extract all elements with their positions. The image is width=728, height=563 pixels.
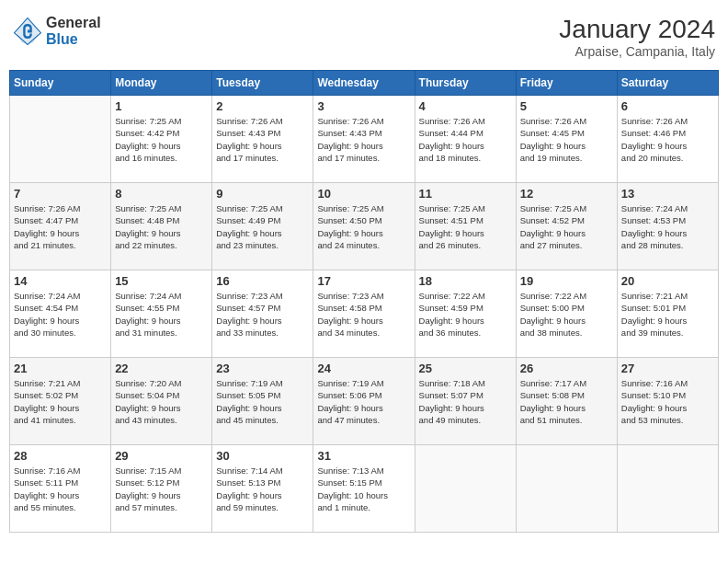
calendar-cell xyxy=(415,445,516,533)
day-number: 1 xyxy=(115,99,208,113)
day-info: Sunrise: 7:23 AM Sunset: 4:57 PM Dayligh… xyxy=(216,290,309,339)
calendar-cell: 18Sunrise: 7:22 AM Sunset: 4:59 PM Dayli… xyxy=(415,270,516,358)
day-number: 14 xyxy=(14,274,107,288)
day-number: 27 xyxy=(621,362,714,375)
day-info: Sunrise: 7:15 AM Sunset: 5:12 PM Dayligh… xyxy=(115,465,208,513)
day-number: 25 xyxy=(419,362,512,375)
calendar-cell: 10Sunrise: 7:25 AM Sunset: 4:50 PM Dayli… xyxy=(313,183,415,270)
calendar-cell: 31Sunrise: 7:13 AM Sunset: 5:15 PM Dayli… xyxy=(313,445,415,533)
calendar-cell: 26Sunrise: 7:17 AM Sunset: 5:08 PM Dayli… xyxy=(516,358,617,445)
calendar-cell: 12Sunrise: 7:25 AM Sunset: 4:52 PM Dayli… xyxy=(516,183,617,270)
day-number: 18 xyxy=(419,274,512,288)
logo-text: General Blue xyxy=(46,15,101,47)
logo: General Blue xyxy=(13,15,101,47)
day-number: 22 xyxy=(115,362,208,375)
day-info: Sunrise: 7:26 AM Sunset: 4:43 PM Dayligh… xyxy=(317,115,410,164)
day-number: 28 xyxy=(14,449,107,463)
calendar-cell: 11Sunrise: 7:25 AM Sunset: 4:51 PM Dayli… xyxy=(415,183,516,270)
day-number: 11 xyxy=(419,187,512,201)
day-info: Sunrise: 7:24 AM Sunset: 4:53 PM Dayligh… xyxy=(621,202,714,251)
day-info: Sunrise: 7:26 AM Sunset: 4:45 PM Dayligh… xyxy=(520,115,613,164)
day-info: Sunrise: 7:24 AM Sunset: 4:55 PM Dayligh… xyxy=(115,290,208,339)
calendar-cell: 29Sunrise: 7:15 AM Sunset: 5:12 PM Dayli… xyxy=(111,445,212,533)
day-number: 4 xyxy=(419,99,512,113)
day-info: Sunrise: 7:13 AM Sunset: 5:15 PM Dayligh… xyxy=(317,465,410,513)
calendar-cell: 28Sunrise: 7:16 AM Sunset: 5:11 PM Dayli… xyxy=(10,445,111,533)
day-info: Sunrise: 7:17 AM Sunset: 5:08 PM Dayligh… xyxy=(520,377,613,426)
day-info: Sunrise: 7:25 AM Sunset: 4:42 PM Dayligh… xyxy=(115,115,208,164)
calendar-cell: 24Sunrise: 7:19 AM Sunset: 5:06 PM Dayli… xyxy=(313,358,415,445)
day-number: 8 xyxy=(115,187,208,201)
location-title: Arpaise, Campania, Italy xyxy=(559,44,715,59)
day-number: 23 xyxy=(216,362,309,375)
calendar-cell xyxy=(617,445,718,533)
weekday-header-saturday: Saturday xyxy=(617,71,718,96)
day-number: 10 xyxy=(317,187,410,201)
day-info: Sunrise: 7:25 AM Sunset: 4:50 PM Dayligh… xyxy=(317,202,410,251)
calendar-cell: 13Sunrise: 7:24 AM Sunset: 4:53 PM Dayli… xyxy=(617,183,718,270)
day-info: Sunrise: 7:22 AM Sunset: 4:59 PM Dayligh… xyxy=(419,290,512,339)
day-number: 13 xyxy=(621,187,714,201)
day-info: Sunrise: 7:23 AM Sunset: 4:58 PM Dayligh… xyxy=(317,290,410,339)
calendar-week-2: 7Sunrise: 7:26 AM Sunset: 4:47 PM Daylig… xyxy=(10,183,719,270)
calendar-cell: 21Sunrise: 7:21 AM Sunset: 5:02 PM Dayli… xyxy=(10,358,111,445)
day-info: Sunrise: 7:25 AM Sunset: 4:52 PM Dayligh… xyxy=(520,202,613,251)
day-info: Sunrise: 7:26 AM Sunset: 4:44 PM Dayligh… xyxy=(419,115,512,164)
calendar-cell: 15Sunrise: 7:24 AM Sunset: 4:55 PM Dayli… xyxy=(111,270,212,358)
day-info: Sunrise: 7:21 AM Sunset: 5:02 PM Dayligh… xyxy=(14,377,107,426)
calendar-cell: 2Sunrise: 7:26 AM Sunset: 4:43 PM Daylig… xyxy=(212,96,313,183)
day-info: Sunrise: 7:21 AM Sunset: 5:01 PM Dayligh… xyxy=(621,290,714,339)
weekday-header-tuesday: Tuesday xyxy=(212,71,313,96)
day-info: Sunrise: 7:26 AM Sunset: 4:46 PM Dayligh… xyxy=(621,115,714,164)
day-number: 21 xyxy=(14,362,107,375)
day-info: Sunrise: 7:20 AM Sunset: 5:04 PM Dayligh… xyxy=(115,377,208,426)
day-info: Sunrise: 7:19 AM Sunset: 5:05 PM Dayligh… xyxy=(216,377,309,426)
calendar-cell: 9Sunrise: 7:25 AM Sunset: 4:49 PM Daylig… xyxy=(212,183,313,270)
calendar-cell: 16Sunrise: 7:23 AM Sunset: 4:57 PM Dayli… xyxy=(212,270,313,358)
calendar-cell: 30Sunrise: 7:14 AM Sunset: 5:13 PM Dayli… xyxy=(212,445,313,533)
calendar-cell: 27Sunrise: 7:16 AM Sunset: 5:10 PM Dayli… xyxy=(617,358,718,445)
day-number: 9 xyxy=(216,187,309,201)
calendar-cell: 14Sunrise: 7:24 AM Sunset: 4:54 PM Dayli… xyxy=(10,270,111,358)
calendar-cell: 19Sunrise: 7:22 AM Sunset: 5:00 PM Dayli… xyxy=(516,270,617,358)
day-number: 16 xyxy=(216,274,309,288)
calendar-cell xyxy=(516,445,617,533)
title-section: January 2024 Arpaise, Campania, Italy xyxy=(559,15,715,59)
calendar-cell: 23Sunrise: 7:19 AM Sunset: 5:05 PM Dayli… xyxy=(212,358,313,445)
day-number: 3 xyxy=(317,99,410,113)
day-number: 12 xyxy=(520,187,613,201)
logo-blue-text: Blue xyxy=(46,31,101,48)
logo-icon xyxy=(13,17,42,46)
day-number: 19 xyxy=(520,274,613,288)
calendar-cell: 1Sunrise: 7:25 AM Sunset: 4:42 PM Daylig… xyxy=(111,96,212,183)
calendar-week-5: 28Sunrise: 7:16 AM Sunset: 5:11 PM Dayli… xyxy=(10,445,719,533)
month-title: January 2024 xyxy=(559,15,715,44)
calendar-cell: 6Sunrise: 7:26 AM Sunset: 4:46 PM Daylig… xyxy=(617,96,718,183)
weekday-header-row: SundayMondayTuesdayWednesdayThursdayFrid… xyxy=(10,71,719,96)
day-number: 20 xyxy=(621,274,714,288)
calendar-cell: 22Sunrise: 7:20 AM Sunset: 5:04 PM Dayli… xyxy=(111,358,212,445)
day-info: Sunrise: 7:25 AM Sunset: 4:48 PM Dayligh… xyxy=(115,202,208,251)
day-info: Sunrise: 7:25 AM Sunset: 4:51 PM Dayligh… xyxy=(419,202,512,251)
calendar-cell: 3Sunrise: 7:26 AM Sunset: 4:43 PM Daylig… xyxy=(313,96,415,183)
calendar-cell: 25Sunrise: 7:18 AM Sunset: 5:07 PM Dayli… xyxy=(415,358,516,445)
day-number: 6 xyxy=(621,99,714,113)
day-info: Sunrise: 7:18 AM Sunset: 5:07 PM Dayligh… xyxy=(419,377,512,426)
day-number: 29 xyxy=(115,449,208,463)
day-info: Sunrise: 7:26 AM Sunset: 4:43 PM Dayligh… xyxy=(216,115,309,164)
calendar-cell: 5Sunrise: 7:26 AM Sunset: 4:45 PM Daylig… xyxy=(516,96,617,183)
page-header: General Blue January 2024 Arpaise, Campa… xyxy=(9,9,719,64)
day-number: 30 xyxy=(216,449,309,463)
weekday-header-wednesday: Wednesday xyxy=(313,71,415,96)
calendar-table: SundayMondayTuesdayWednesdayThursdayFrid… xyxy=(9,70,719,533)
day-number: 31 xyxy=(317,449,410,463)
day-info: Sunrise: 7:22 AM Sunset: 5:00 PM Dayligh… xyxy=(520,290,613,339)
day-info: Sunrise: 7:24 AM Sunset: 4:54 PM Dayligh… xyxy=(14,290,107,339)
day-number: 15 xyxy=(115,274,208,288)
weekday-header-monday: Monday xyxy=(111,71,212,96)
day-number: 26 xyxy=(520,362,613,375)
day-number: 5 xyxy=(520,99,613,113)
calendar-week-3: 14Sunrise: 7:24 AM Sunset: 4:54 PM Dayli… xyxy=(10,270,719,358)
day-number: 2 xyxy=(216,99,309,113)
day-number: 17 xyxy=(317,274,410,288)
